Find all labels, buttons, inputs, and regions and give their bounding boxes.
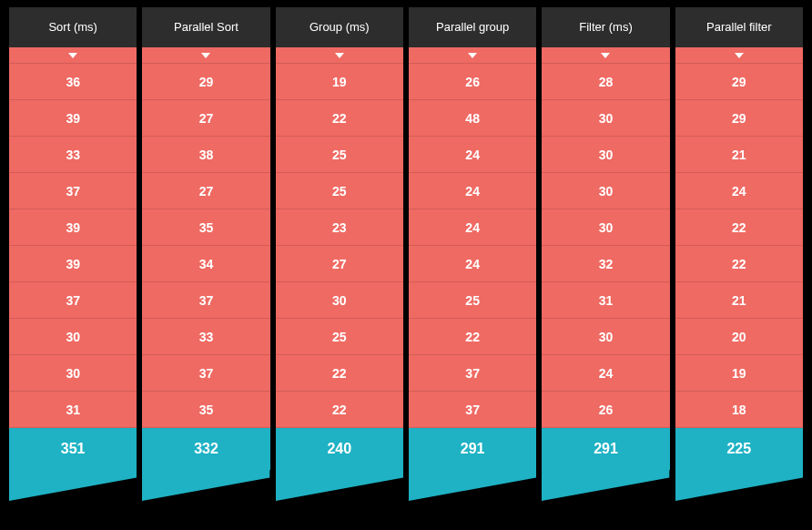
svg-marker-8 bbox=[601, 53, 610, 58]
data-cell: 37 bbox=[9, 173, 137, 209]
column-total: 351 bbox=[9, 428, 137, 470]
data-cell: 22 bbox=[276, 392, 403, 428]
data-cell: 37 bbox=[9, 282, 137, 319]
data-cell: 21 bbox=[675, 282, 803, 319]
data-cell: 38 bbox=[142, 137, 269, 173]
column-total: 240 bbox=[276, 428, 403, 470]
sort-indicator-row bbox=[542, 47, 669, 64]
data-cell: 27 bbox=[276, 246, 403, 282]
svg-marker-0 bbox=[68, 53, 77, 58]
data-cell: 35 bbox=[142, 392, 269, 428]
data-cell: 30 bbox=[276, 282, 403, 319]
chevron-down-icon bbox=[335, 53, 344, 58]
column-total: 291 bbox=[542, 428, 669, 470]
columns-container: Sort (ms) 36 39 33 37 39 39 37 30 30 31 … bbox=[9, 7, 803, 523]
svg-marker-9 bbox=[542, 470, 669, 501]
svg-marker-2 bbox=[201, 53, 210, 58]
column-header[interactable]: Group (ms) bbox=[276, 7, 403, 47]
column-tail bbox=[542, 470, 669, 501]
data-cell: 22 bbox=[276, 355, 403, 392]
data-cell: 24 bbox=[409, 137, 536, 173]
data-cell: 34 bbox=[142, 246, 269, 282]
column-tail bbox=[276, 470, 403, 501]
data-cell: 25 bbox=[276, 137, 403, 173]
data-cell: 21 bbox=[675, 137, 803, 173]
chevron-down-icon bbox=[735, 53, 744, 58]
svg-marker-1 bbox=[9, 470, 137, 501]
column-header[interactable]: Sort (ms) bbox=[9, 7, 137, 47]
data-cell: 32 bbox=[542, 246, 669, 282]
svg-marker-7 bbox=[409, 470, 536, 501]
data-cell: 27 bbox=[142, 100, 269, 137]
column-tail bbox=[9, 470, 137, 501]
column-header[interactable]: Parallel group bbox=[409, 7, 536, 47]
data-cell: 33 bbox=[9, 137, 137, 173]
data-cell: 39 bbox=[9, 246, 137, 282]
sort-indicator-row bbox=[409, 47, 536, 64]
data-cell: 22 bbox=[675, 246, 803, 282]
data-cell: 37 bbox=[142, 282, 269, 319]
data-cell: 33 bbox=[142, 319, 269, 355]
data-cell: 37 bbox=[409, 355, 536, 392]
data-cell: 30 bbox=[542, 319, 669, 355]
data-cell: 37 bbox=[142, 355, 269, 392]
chevron-down-icon bbox=[468, 53, 477, 58]
data-cell: 24 bbox=[675, 173, 803, 209]
column-parallel-filter: Parallel filter 29 29 21 24 22 22 21 20 … bbox=[675, 7, 803, 523]
column-total: 332 bbox=[142, 428, 269, 470]
data-cell: 37 bbox=[409, 392, 536, 428]
data-cell: 39 bbox=[9, 100, 137, 137]
svg-marker-4 bbox=[335, 53, 344, 58]
data-cell: 35 bbox=[142, 209, 269, 246]
data-cell: 31 bbox=[542, 282, 669, 319]
data-cell: 24 bbox=[542, 355, 669, 392]
column-total: 291 bbox=[409, 428, 536, 470]
svg-marker-5 bbox=[276, 470, 403, 501]
data-cell: 30 bbox=[542, 173, 669, 209]
data-cell: 22 bbox=[675, 209, 803, 246]
svg-marker-10 bbox=[735, 53, 744, 58]
column-header[interactable]: Filter (ms) bbox=[542, 7, 669, 47]
svg-marker-3 bbox=[142, 470, 269, 501]
data-cell: 29 bbox=[675, 100, 803, 137]
data-cell: 24 bbox=[409, 246, 536, 282]
svg-marker-6 bbox=[468, 53, 477, 58]
data-cell: 22 bbox=[276, 100, 403, 137]
column-filter: Filter (ms) 28 30 30 30 30 32 31 30 24 2… bbox=[542, 7, 669, 523]
column-total: 225 bbox=[675, 428, 803, 470]
data-cell: 26 bbox=[542, 392, 669, 428]
column-group: Group (ms) 19 22 25 25 23 27 30 25 22 22… bbox=[276, 7, 403, 523]
sort-indicator-row bbox=[9, 47, 137, 64]
data-cell: 19 bbox=[675, 355, 803, 392]
column-parallel-group: Parallel group 26 48 24 24 24 24 25 22 3… bbox=[409, 7, 536, 523]
data-cell: 30 bbox=[9, 355, 137, 392]
data-cell: 30 bbox=[9, 319, 137, 355]
column-parallel-sort: Parallel Sort 29 27 38 27 35 34 37 33 37… bbox=[142, 7, 269, 523]
data-cell: 36 bbox=[9, 64, 137, 100]
sort-indicator-row bbox=[142, 47, 269, 64]
data-cell: 18 bbox=[675, 392, 803, 428]
column-header[interactable]: Parallel filter bbox=[675, 7, 803, 47]
column-tail bbox=[409, 470, 536, 501]
data-cell: 22 bbox=[409, 319, 536, 355]
data-cell: 29 bbox=[142, 64, 269, 100]
data-cell: 31 bbox=[9, 392, 137, 428]
sort-indicator-row bbox=[276, 47, 403, 64]
data-cell: 30 bbox=[542, 100, 669, 137]
column-header[interactable]: Parallel Sort bbox=[142, 7, 269, 47]
data-cell: 19 bbox=[276, 64, 403, 100]
data-cell: 48 bbox=[409, 100, 536, 137]
chevron-down-icon bbox=[201, 53, 210, 58]
data-cell: 23 bbox=[276, 209, 403, 246]
data-cell: 25 bbox=[409, 282, 536, 319]
svg-marker-11 bbox=[675, 470, 803, 501]
sort-indicator-row bbox=[675, 47, 803, 64]
chevron-down-icon bbox=[601, 53, 610, 58]
data-cell: 39 bbox=[9, 209, 137, 246]
data-cell: 28 bbox=[542, 64, 669, 100]
data-cell: 29 bbox=[675, 64, 803, 100]
data-cell: 20 bbox=[675, 319, 803, 355]
data-cell: 25 bbox=[276, 319, 403, 355]
data-cell: 24 bbox=[409, 209, 536, 246]
data-cell: 25 bbox=[276, 173, 403, 209]
